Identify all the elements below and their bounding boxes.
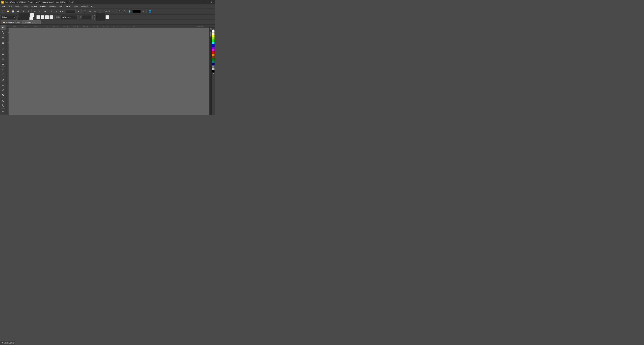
height-icon: ↕	[16, 18, 18, 20]
landscape-button[interactable]: ▭	[41, 15, 44, 19]
menu-bitmaps[interactable]: Bitmaps	[48, 5, 58, 8]
checkerboard-tool[interactable]	[0, 93, 6, 97]
menu-object[interactable]: Object	[30, 5, 38, 8]
snap-dropdown[interactable]: ▾	[111, 9, 116, 14]
transparency-tool[interactable]	[0, 88, 6, 92]
page-width-input[interactable]: 279,4 mm	[19, 13, 30, 17]
menu-tools[interactable]: Tools	[72, 5, 80, 8]
print-button[interactable]: 🖨	[16, 9, 20, 14]
color-black[interactable]	[212, 70, 214, 73]
color-darkgreen[interactable]	[212, 58, 214, 61]
add-tab-button[interactable]: +	[41, 20, 45, 24]
view-manager-button[interactable]: 👁	[92, 9, 97, 14]
color-brown[interactable]	[212, 56, 214, 58]
color-lime[interactable]	[212, 37, 214, 40]
color-blue[interactable]	[212, 44, 214, 47]
ellipse-tool[interactable]	[0, 56, 6, 61]
paint-tool[interactable]	[0, 103, 6, 108]
pointer-tool[interactable]	[0, 25, 6, 30]
color-gray[interactable]	[212, 66, 214, 68]
pdf-button[interactable]: PDF	[59, 9, 64, 14]
tab-close-icon[interactable]: ✕	[37, 22, 38, 23]
polygon-tool[interactable]	[0, 61, 6, 66]
color-yellow[interactable]	[212, 35, 214, 37]
restore-button[interactable]: ◻	[204, 1, 209, 4]
color-green[interactable]	[212, 40, 214, 42]
duplicate1-input[interactable]: 5,0 mm	[96, 13, 105, 17]
full-screen-button[interactable]: ⛶	[82, 9, 87, 14]
color-red[interactable]	[212, 51, 214, 54]
units-select[interactable]: millimeters	[61, 15, 78, 19]
import-button[interactable]: ⬇	[21, 9, 26, 14]
menu-table[interactable]: Table	[64, 5, 72, 8]
undo-button[interactable]: ↩	[32, 9, 37, 14]
tab-bar: 🏠 Welcome Screen Untitled-1.cdr* ✕ +	[0, 20, 215, 25]
color-purple[interactable]	[212, 47, 214, 49]
color-navy[interactable]	[212, 63, 214, 66]
color-lightgray[interactable]	[212, 68, 214, 70]
text-tool[interactable]: A	[0, 67, 6, 72]
redo-button[interactable]: ↪	[42, 9, 47, 14]
scroll-thumb[interactable]	[210, 32, 212, 37]
globe-button[interactable]: 🌐	[148, 9, 152, 14]
line-tool[interactable]	[0, 72, 6, 77]
menu-effects[interactable]: Effects	[38, 5, 47, 8]
width-spinner-up[interactable]: ▲	[30, 13, 34, 17]
color-orange[interactable]	[212, 54, 214, 56]
eyedropper-tool[interactable]: 💧	[127, 9, 132, 14]
color-styles-button[interactable]: ⬡	[122, 9, 127, 14]
freehand-tool[interactable]	[0, 47, 6, 51]
duplicate2-input[interactable]: 5,0 mm	[96, 17, 105, 21]
smart-fill-tool[interactable]	[0, 83, 6, 87]
scroll-up-button[interactable]: ▲	[210, 28, 212, 30]
color-white[interactable]	[212, 30, 214, 33]
open-button[interactable]: 📁	[6, 9, 10, 14]
menu-text[interactable]: Text	[57, 5, 64, 8]
menu-view[interactable]: View	[14, 5, 21, 8]
fill-tool[interactable]	[0, 98, 6, 103]
menu-edit[interactable]: Edit	[7, 5, 14, 8]
color-cyan[interactable]	[212, 42, 214, 44]
fit-width-button[interactable]: ↔	[54, 9, 59, 14]
save-button[interactable]: 💾	[11, 9, 16, 14]
export-button[interactable]: ⬆	[26, 9, 30, 14]
add-page-nav[interactable]: +	[0, 109, 6, 114]
page-borders-button[interactable]: ⊡	[45, 15, 49, 19]
add-page-button[interactable]: +	[106, 15, 109, 19]
menu-window[interactable]: Window	[80, 5, 90, 8]
zoom-input[interactable]: 46%	[66, 10, 76, 13]
zoom-dropdown[interactable]: ▾	[76, 9, 81, 14]
new-button[interactable]: ▢	[1, 9, 5, 14]
color-teal[interactable]	[212, 61, 214, 63]
rectangle-tool[interactable]	[0, 52, 6, 56]
tab-welcome-screen[interactable]: 🏠 Welcome Screen	[1, 20, 22, 24]
fit-page-button[interactable]: ⊡	[49, 9, 54, 14]
page-size-select[interactable]: Letter	[1, 15, 16, 19]
zoom-tool[interactable]	[0, 41, 6, 46]
nudge-input[interactable]: 0,1 mm	[82, 15, 91, 19]
menu-file[interactable]: File	[1, 5, 7, 8]
node-tool[interactable]	[0, 30, 6, 35]
pixel-view-button[interactable]: ⬛	[98, 9, 102, 14]
grid-button[interactable]: ⊞	[88, 9, 92, 14]
vertical-scrollbar[interactable]: ▲ ▼	[209, 28, 212, 115]
palette-scroll-down[interactable]: ▼	[212, 73, 214, 75]
left-toolbar: A +	[0, 25, 6, 115]
palette-scroll-up[interactable]: ▲	[212, 28, 214, 30]
menu-layout[interactable]: Layout	[21, 5, 30, 8]
undo-list-button[interactable]: ▾	[38, 9, 42, 14]
eyedropper-tool[interactable]	[0, 78, 6, 83]
color-lightyellow[interactable]	[212, 33, 214, 35]
transform-tool[interactable]	[0, 36, 6, 41]
options-button[interactable]: ⚙	[117, 9, 122, 14]
tab-document[interactable]: Untitled-1.cdr* ✕	[22, 20, 41, 24]
close-button[interactable]: ✕	[209, 1, 213, 4]
color-dropdown[interactable]: ▾	[141, 9, 146, 14]
color-magenta[interactable]	[212, 49, 214, 51]
menu-help[interactable]: Help	[90, 5, 97, 8]
portrait-button[interactable]: ☐	[36, 15, 40, 19]
bleed-button[interactable]: ◫	[50, 15, 53, 19]
color-box[interactable]	[132, 10, 141, 13]
minimize-button[interactable]: −	[200, 1, 204, 4]
canvas[interactable]	[9, 28, 209, 115]
